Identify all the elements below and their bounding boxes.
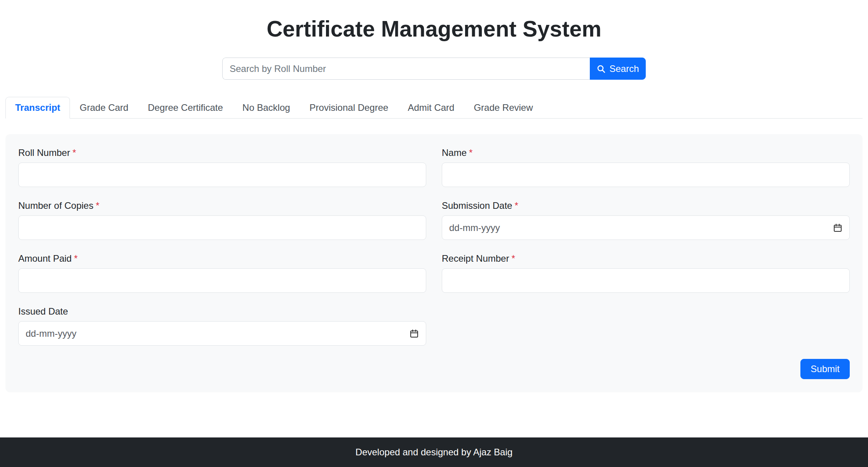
tab-degree-certificate[interactable]: Degree Certificate — [138, 97, 232, 119]
submission-date-input[interactable]: dd-mm-yyyy — [442, 215, 850, 240]
search-button[interactable]: Search — [590, 58, 646, 80]
required-asterisk: * — [469, 147, 472, 158]
submit-button[interactable]: Submit — [800, 359, 850, 379]
submission-date-label: Submission Date* — [442, 200, 850, 211]
roll-number-field: Roll Number* — [18, 147, 426, 187]
issued-date-field: Issued Date dd-mm-yyyy — [18, 306, 426, 346]
tab-transcript[interactable]: Transcript — [5, 97, 70, 119]
required-asterisk: * — [96, 200, 99, 211]
calendar-icon[interactable] — [833, 223, 842, 233]
issued-date-label: Issued Date — [18, 306, 426, 317]
submission-date-field: Submission Date* dd-mm-yyyy — [442, 200, 850, 240]
transcript-form-card: Roll Number* Name* Number of Copies* Sub… — [5, 134, 863, 392]
search-input[interactable] — [222, 58, 590, 80]
tab-grade-review[interactable]: Grade Review — [464, 97, 542, 119]
number-of-copies-field: Number of Copies* — [18, 200, 426, 240]
name-field: Name* — [442, 147, 850, 187]
number-of-copies-input[interactable] — [18, 215, 426, 240]
receipt-number-input[interactable] — [442, 268, 850, 293]
search-bar: Search — [0, 58, 868, 80]
calendar-icon[interactable] — [410, 329, 419, 338]
submission-date-placeholder: dd-mm-yyyy — [449, 222, 500, 233]
search-icon — [596, 64, 606, 73]
roll-number-input[interactable] — [18, 163, 426, 187]
amount-paid-field: Amount Paid* — [18, 253, 426, 293]
search-button-label: Search — [609, 63, 639, 74]
footer-text: Developed and designed by Ajaz Baig — [356, 447, 512, 458]
amount-paid-input[interactable] — [18, 268, 426, 293]
tab-bar: Transcript Grade Card Degree Certificate… — [5, 97, 863, 119]
required-asterisk: * — [514, 200, 518, 211]
name-input[interactable] — [442, 163, 850, 187]
receipt-number-label: Receipt Number* — [442, 253, 850, 264]
required-asterisk: * — [74, 253, 77, 264]
empty-grid-cell — [442, 306, 850, 359]
roll-number-label: Roll Number* — [18, 147, 426, 158]
required-asterisk: * — [511, 253, 515, 264]
tab-admit-card[interactable]: Admit Card — [398, 97, 464, 119]
amount-paid-label: Amount Paid* — [18, 253, 426, 264]
receipt-number-field: Receipt Number* — [442, 253, 850, 293]
issued-date-input[interactable]: dd-mm-yyyy — [18, 321, 426, 346]
issued-date-placeholder: dd-mm-yyyy — [26, 328, 77, 339]
number-of-copies-label: Number of Copies* — [18, 200, 426, 211]
tab-no-backlog[interactable]: No Backlog — [233, 97, 300, 119]
footer: Developed and designed by Ajaz Baig — [0, 437, 868, 467]
tab-provisional-degree[interactable]: Provisional Degree — [300, 97, 398, 119]
required-asterisk: * — [72, 147, 76, 158]
page-title: Certificate Management System — [0, 16, 868, 42]
name-label: Name* — [442, 147, 850, 158]
tab-grade-card[interactable]: Grade Card — [70, 97, 138, 119]
